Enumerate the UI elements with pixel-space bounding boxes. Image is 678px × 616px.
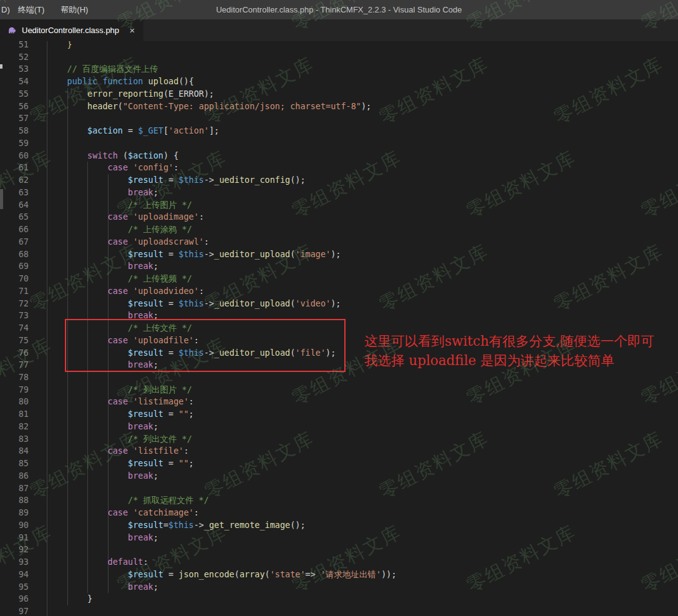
line-number: 85 (0, 457, 29, 470)
gutter-marker (0, 64, 2, 69)
tab-label: UeditorController.class.php (22, 26, 119, 35)
line-number: 55 (0, 88, 29, 100)
code-line[interactable]: 64 /* 上传图片 */ (0, 199, 678, 212)
code-line[interactable]: 71 case 'uploadvideo': (0, 285, 678, 298)
code-line[interactable]: 79 /* 列出图片 */ (0, 384, 678, 396)
code-line[interactable]: 62 $result = $this->_ueditor_config(); (0, 174, 678, 187)
close-icon[interactable]: × (126, 24, 138, 37)
code-line[interactable]: 68 $result = $this->_ueditor_upload('ima… (0, 248, 678, 261)
scrollbar-thumb[interactable] (0, 189, 3, 209)
line-number: 88 (0, 494, 29, 507)
annotation-line-1: 这里可以看到switch有很多分支,随便选一个即可 (364, 331, 654, 351)
menu-item-terminal[interactable]: 终端(T) (10, 0, 53, 19)
line-number: 95 (0, 581, 29, 594)
line-number: 66 (0, 223, 29, 236)
line-number: 58 (0, 125, 29, 137)
code-line[interactable]: 90 $result=$this->_get_remote_image(); (0, 519, 678, 532)
code-line[interactable]: 82 break; (0, 421, 678, 433)
code-line[interactable]: 52 (0, 51, 678, 64)
line-number: 56 (0, 100, 29, 113)
code-line[interactable]: 69 break; (0, 260, 678, 273)
code-line[interactable]: 59 (0, 137, 678, 150)
code-line[interactable]: 70 /* 上传视频 */ (0, 273, 678, 285)
code-line[interactable]: 60 switch ($action) { (0, 150, 678, 162)
line-number: 59 (0, 137, 29, 150)
line-number: 89 (0, 507, 29, 519)
line-number: 53 (0, 63, 29, 76)
line-number: 57 (0, 112, 29, 125)
window-title: UeditorController.class.php - ThinkCMFX_… (216, 0, 462, 19)
line-number: 79 (0, 384, 29, 396)
line-number: 70 (0, 273, 29, 285)
line-number: 63 (0, 187, 29, 199)
code-line[interactable]: 58 $action = $_GET['action']; (0, 125, 678, 137)
line-number: 76 (0, 347, 29, 359)
line-number: 92 (0, 544, 29, 556)
line-number: 80 (0, 396, 29, 408)
line-number: 67 (0, 236, 29, 248)
menu-item-help[interactable]: 帮助(H) (52, 0, 96, 19)
code-line[interactable]: 55 error_reporting(E_ERROR); (0, 88, 678, 100)
code-line[interactable]: 80 case 'listimage': (0, 396, 678, 408)
tab-ueditorcontroller[interactable]: UeditorController.class.php × (0, 19, 143, 41)
code-line[interactable]: 54 public function upload(){ (0, 76, 678, 88)
highlight-box (65, 319, 346, 372)
line-number: 87 (0, 482, 29, 495)
code-line[interactable]: 72 $result = $this->_ueditor_upload('vid… (0, 298, 678, 310)
vscode-window: D) 终端(T) 帮助(H) UeditorController.class.p… (0, 0, 678, 616)
line-number: 94 (0, 569, 29, 581)
line-number: 91 (0, 532, 29, 544)
line-number: 84 (0, 445, 29, 457)
code-line[interactable]: 83 /* 列出文件 */ (0, 433, 678, 446)
line-number: 65 (0, 211, 29, 223)
code-line[interactable]: 57 (0, 112, 678, 125)
title-bar: D) 终端(T) 帮助(H) UeditorController.class.p… (0, 0, 678, 19)
line-number: 71 (0, 285, 29, 298)
line-number: 61 (0, 162, 29, 174)
code-line[interactable]: 84 case 'listfile': (0, 445, 678, 457)
line-number: 52 (0, 51, 29, 64)
line-number: 77 (0, 359, 29, 371)
annotation-text: 这里可以看到switch有很多分支,随便选一个即可 我选择 uploadfile… (364, 331, 654, 370)
code-line[interactable]: 89 case 'catchimage': (0, 507, 678, 519)
line-number: 86 (0, 470, 29, 482)
line-number: 90 (0, 519, 29, 532)
code-line[interactable]: 61 case 'config': (0, 162, 678, 174)
code-line[interactable]: 93 default: (0, 556, 678, 569)
line-number: 54 (0, 76, 29, 88)
code-line[interactable]: 85 $result = ""; (0, 457, 678, 470)
line-number: 82 (0, 421, 29, 433)
code-line[interactable]: 91 break; (0, 532, 678, 544)
tab-bar: UeditorController.class.php × (0, 19, 678, 41)
line-number: 64 (0, 199, 29, 212)
line-number: 73 (0, 310, 29, 322)
code-line[interactable]: 67 case 'uploadscrawl': (0, 236, 678, 248)
code-line[interactable]: 94 $result = json_encode(array('state'=>… (0, 569, 678, 581)
line-number: 62 (0, 174, 29, 187)
code-line[interactable]: 66 /* 上传涂鸦 */ (0, 223, 678, 236)
code-line[interactable]: 53 // 百度编辑器文件上传 (0, 63, 678, 76)
code-line[interactable]: 63 break; (0, 187, 678, 199)
annotation-line-2: 我选择 uploadfile 是因为讲起来比较简单 (364, 351, 654, 370)
code-line[interactable]: 92 (0, 544, 678, 556)
code-line[interactable]: 97 (0, 605, 678, 616)
code-line[interactable]: 56 header("Content-Type: application/jso… (0, 100, 678, 113)
line-number: 60 (0, 150, 29, 162)
line-number: 68 (0, 248, 29, 261)
code-line[interactable]: 95 break; (0, 581, 678, 594)
code-line[interactable]: 88 /* 抓取远程文件 */ (0, 494, 678, 507)
line-number: 78 (0, 371, 29, 384)
line-number: 83 (0, 433, 29, 446)
code-line[interactable]: 81 $result = ""; (0, 408, 678, 421)
menu-item-clipped[interactable]: D) (1, 5, 10, 14)
code-line[interactable]: 96 } (0, 593, 678, 605)
line-number: 96 (0, 593, 29, 605)
code-line[interactable]: 65 case 'uploadimage': (0, 211, 678, 223)
line-number: 74 (0, 322, 29, 335)
code-line[interactable]: 78 (0, 371, 678, 384)
code-line[interactable]: 87 (0, 482, 678, 495)
php-elephant-icon (7, 25, 17, 36)
code-line[interactable]: 86 break; (0, 470, 678, 482)
line-number: 97 (0, 605, 29, 616)
line-number: 69 (0, 260, 29, 273)
